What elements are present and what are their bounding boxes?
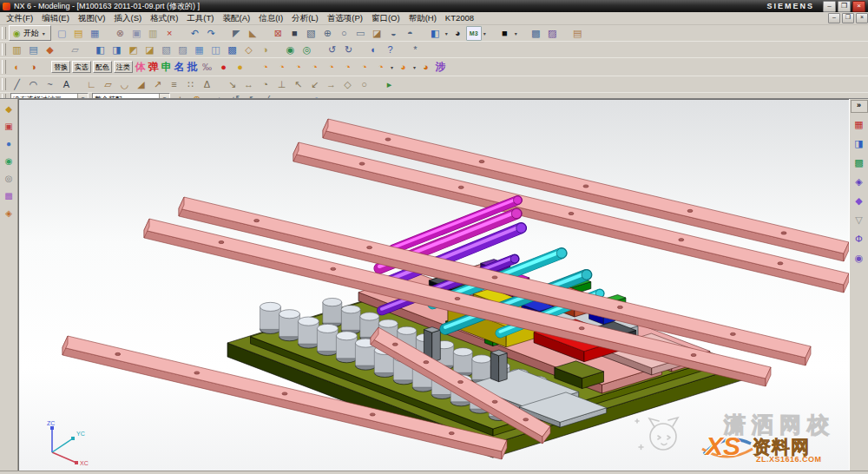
rotate-view-icon[interactable]: ○	[336, 26, 352, 41]
menu-item-10[interactable]: 窗口(O)	[367, 13, 404, 23]
menu-item-7[interactable]: 信息(I)	[254, 13, 287, 23]
macro-button-0[interactable]: 替换	[51, 61, 70, 73]
help-point-icon[interactable]: ?	[382, 43, 398, 57]
chevron-down-icon[interactable]: ▾	[389, 64, 395, 70]
menu-item-1[interactable]: 编辑(E)	[37, 13, 74, 23]
cube-view-front-icon[interactable]: ▩	[528, 26, 544, 41]
selection-filter-icon[interactable]: ◤	[228, 26, 245, 41]
die-tool-b-icon[interactable]: ▣	[1, 119, 16, 135]
assembly-report-icon[interactable]: ▥	[9, 43, 25, 57]
history-palette-icon[interactable]: Φ	[851, 230, 868, 248]
util-4-icon[interactable]: ◔	[306, 60, 323, 75]
edit-object-display-icon[interactable]: ◣	[245, 26, 261, 41]
wcs-rotate-icon[interactable]: ↻	[340, 43, 357, 57]
dim-linear-icon[interactable]: ↔	[240, 77, 257, 92]
sketch-tool-1-icon[interactable]: ↖	[290, 77, 306, 92]
constraint-navigator-icon[interactable]: ▩	[851, 154, 868, 172]
macro-char-1[interactable]: 弹	[147, 60, 160, 75]
sketch-tool-4-icon[interactable]: ◇	[339, 77, 356, 92]
util-9-icon[interactable]: ◕	[395, 60, 411, 75]
die-tool-e-icon[interactable]: ◎	[1, 171, 16, 187]
save-file-icon[interactable]: ▦	[87, 26, 103, 41]
util-3-icon[interactable]: ◔	[290, 60, 306, 75]
util-2-icon[interactable]: ◔	[273, 60, 290, 75]
info-window-icon[interactable]: ◐	[365, 43, 382, 57]
wcs-dynamics-icon[interactable]: ↺	[324, 43, 340, 57]
background-color-icon[interactable]: ■	[496, 26, 513, 41]
mirror-curve-icon[interactable]: Δ	[199, 77, 215, 92]
assembly-book-icon[interactable]: ▤	[25, 43, 42, 57]
menu-item-3[interactable]: 插入(S)	[109, 13, 146, 23]
work-plane-icon[interactable]: ▱	[67, 43, 83, 57]
sketch-tool-5-icon[interactable]: ○	[356, 77, 372, 92]
view-tool-6-icon[interactable]: ▨	[174, 43, 191, 57]
new-file-icon[interactable]: ▢	[54, 26, 70, 41]
ball-red-icon[interactable]: ●	[215, 60, 232, 75]
3d-die-model[interactable]	[19, 100, 849, 462]
profile-icon[interactable]: ∟	[83, 77, 100, 92]
chevron-down-icon[interactable]: ▾	[411, 64, 418, 70]
clipboard-tool-icon[interactable]: ▤	[569, 26, 586, 41]
view-tool-2-icon[interactable]: ◨	[108, 43, 125, 57]
finish-flag-icon[interactable]: ▸	[381, 77, 398, 92]
undo-icon[interactable]: ↶	[187, 26, 203, 41]
spline-icon[interactable]: ~	[42, 77, 58, 92]
macro-button-2[interactable]: 配色	[93, 61, 112, 73]
view-tool-9-icon[interactable]: ▩	[224, 43, 240, 57]
trim-icon[interactable]: ◢	[133, 77, 149, 92]
view-tool-4-icon[interactable]: ◪	[141, 43, 158, 57]
menu-item-12[interactable]: KT2008	[441, 13, 478, 23]
close-button[interactable]: ×	[852, 1, 865, 12]
util-6-icon[interactable]: ◔	[339, 60, 356, 75]
toolbar-grip[interactable]	[2, 43, 6, 56]
constraint-icon[interactable]: ⊥	[273, 77, 290, 92]
sketch-tool-3-icon[interactable]: →	[323, 77, 339, 92]
chevron-down-icon[interactable]: ▾	[513, 30, 519, 36]
percent-tool-icon[interactable]: ‰	[199, 60, 215, 75]
view-tool-8-icon[interactable]: ◫	[207, 43, 224, 57]
macro-button-3[interactable]: 注类	[114, 61, 133, 73]
ball-gold-icon[interactable]: ●	[232, 60, 248, 75]
chevron-down-icon[interactable]: ▾	[444, 30, 450, 36]
die-tool-d-icon[interactable]: ◉	[1, 154, 16, 169]
graphics-viewport[interactable]: ZC XC YC 潇洒网校	[18, 99, 849, 471]
menu-item-8[interactable]: 分析(L)	[287, 13, 323, 23]
cube-view-iso-icon[interactable]: ▨	[544, 26, 561, 41]
pattern-curve-icon[interactable]: ∷	[182, 77, 199, 92]
delete-icon[interactable]: ×	[161, 26, 178, 41]
extend-icon[interactable]: ↗	[149, 77, 166, 92]
menu-item-9[interactable]: 首选项(P)	[323, 13, 367, 23]
lift-rail-1[interactable]	[323, 119, 849, 261]
menu-item-0[interactable]: 文件(F)	[2, 13, 37, 23]
she-macro-char[interactable]: 涉	[434, 60, 447, 75]
menu-item-2[interactable]: 视图(V)	[74, 13, 110, 23]
arc-icon[interactable]: ◠	[25, 77, 42, 92]
util-7-icon[interactable]: ◔	[356, 60, 372, 75]
view-style-2-icon[interactable]: ◑	[25, 60, 42, 75]
sketch-tool-2-icon[interactable]: ↙	[306, 77, 323, 92]
util-5-icon[interactable]: ◔	[323, 60, 339, 75]
util-1-icon[interactable]: ◔	[257, 60, 273, 75]
util-10-icon[interactable]: ◕	[418, 60, 434, 75]
rectangle-icon[interactable]: ▱	[100, 77, 116, 92]
text-icon[interactable]: A	[58, 77, 75, 92]
chevron-down-icon[interactable]: ▾	[482, 30, 488, 36]
copy-icon[interactable]: ▣	[128, 26, 145, 41]
cut-icon[interactable]: ⊗	[112, 26, 128, 41]
layer-settings-icon[interactable]: ◉	[282, 43, 299, 57]
view-tool-5-icon[interactable]: ▧	[158, 43, 174, 57]
paste-icon[interactable]: ▥	[145, 26, 161, 41]
close-view-icon[interactable]: ⊠	[270, 26, 286, 41]
view-tool-1-icon[interactable]: ◧	[92, 43, 108, 57]
orient-view-icon[interactable]: ◪	[369, 26, 385, 41]
die-tool-a-icon[interactable]: ◆	[1, 102, 16, 117]
zoom-in-icon[interactable]: ⊕	[319, 26, 336, 41]
view-tool-11-icon[interactable]: ◑	[257, 43, 273, 57]
fill-display-icon[interactable]: ■	[286, 26, 303, 41]
toolbar-grip[interactable]	[2, 27, 6, 39]
die-tool-f-icon[interactable]: ▩	[1, 188, 16, 204]
fit-view-icon[interactable]: ▧	[303, 26, 319, 41]
macro-char-2[interactable]: 申	[160, 60, 173, 75]
macro-char-3[interactable]: 名	[173, 60, 186, 75]
m3-tool-icon[interactable]: M3	[466, 26, 482, 41]
